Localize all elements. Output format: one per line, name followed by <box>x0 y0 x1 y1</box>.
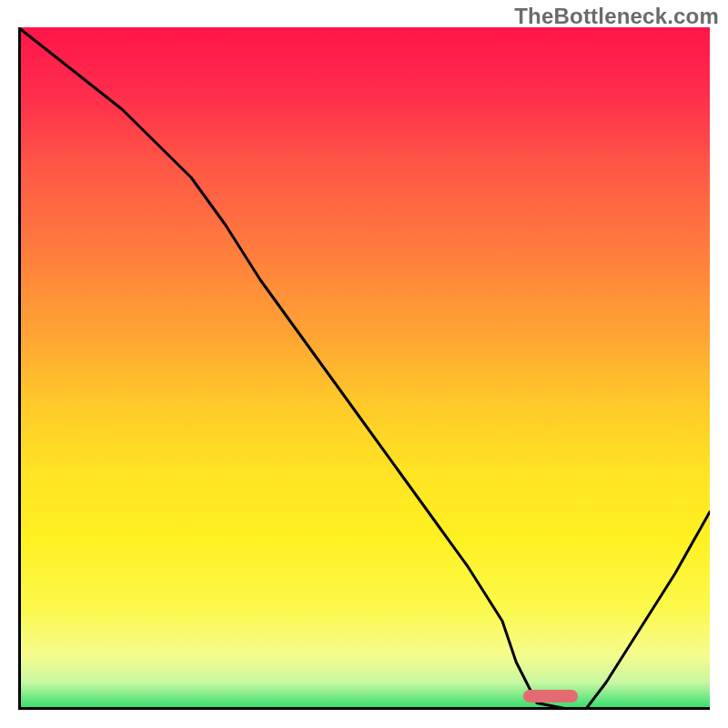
chart-container: TheBottleneck.com <box>0 0 728 728</box>
watermark-text: TheBottleneck.com <box>514 4 719 29</box>
optimal-marker <box>523 690 578 703</box>
bottleneck-curve <box>18 27 710 710</box>
plot-area <box>18 27 710 710</box>
